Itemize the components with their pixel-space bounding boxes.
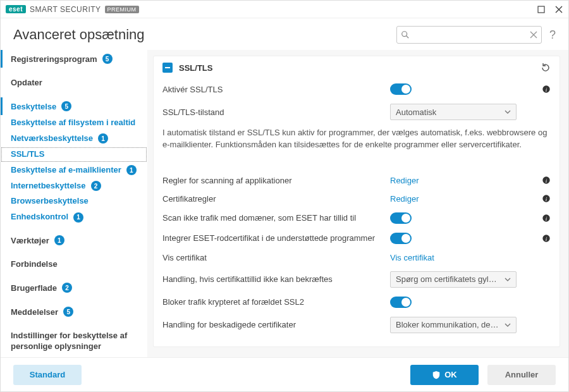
sidebar-item-meddelelser[interactable]: Meddelelser 5	[1, 303, 147, 321]
sidebar-item-privacy-settings[interactable]: Indstillinger for beskyttelse af personl…	[1, 327, 147, 356]
sidebar: Registreringsprogram 5 Opdater Beskyttel…	[1, 50, 147, 357]
edit-cert-rules-link[interactable]: Rediger	[390, 194, 419, 204]
chevron-down-icon	[505, 322, 511, 328]
svg-rect-7	[165, 67, 170, 68]
ssl-tls-panel: SSL/TLS Aktivér SSL/TLS i SSL/TLS-tilsta…	[154, 56, 560, 346]
svg-rect-0	[538, 6, 544, 13]
svg-line-4	[407, 36, 409, 39]
sidebar-item-beskyttelse[interactable]: Beskyttelse 5	[1, 97, 147, 115]
sidebar-item-netvaerk[interactable]: Netværksbeskyttelse 1	[1, 131, 147, 147]
row-label: Vis certifikat	[162, 253, 390, 262]
row-integrate-root: Integrer ESET-rodcertifikat i de underst…	[162, 228, 551, 248]
sidebar-item-label: Meddelelser	[11, 307, 58, 317]
sidebar-item-brugerflade[interactable]: Brugerflade 2	[1, 279, 147, 297]
info-icon[interactable]: i	[542, 176, 551, 185]
sidebar-item-label: Forbindelse	[11, 259, 58, 269]
sidebar-badge: 2	[91, 181, 101, 191]
svg-point-3	[402, 32, 407, 37]
default-button[interactable]: Standard	[13, 365, 82, 385]
close-icon[interactable]	[554, 5, 563, 14]
sidebar-badge: 1	[98, 133, 108, 144]
sidebar-item-ssl-tls[interactable]: SSL/TLS	[1, 147, 147, 162]
row-trusted-domains: Scan ikke trafik med domæner, som ESET h…	[162, 208, 551, 228]
sidebar-item-forbindelse[interactable]: Forbindelse	[1, 255, 147, 273]
window-controls	[537, 5, 563, 14]
sidebar-badge: 5	[61, 101, 71, 111]
collapse-icon[interactable]	[162, 63, 173, 73]
row-show-cert: Vis certifikat Vis certifikat	[162, 248, 551, 267]
sidebar-badge: 1	[73, 212, 83, 223]
sidebar-item-emailklienter[interactable]: Beskyttelse af e-mailklienter 1	[1, 162, 147, 178]
sidebar-item-browser[interactable]: Browserbeskyttelse	[1, 193, 147, 209]
sidebar-item-label: Enhedskontrol	[11, 212, 68, 223]
info-icon[interactable]: i	[542, 85, 551, 94]
window: eset SMART SECURITY PREMIUM Avanceret op…	[0, 0, 569, 392]
sidebar-item-label: Internetbeskyttelse	[11, 181, 86, 192]
toggle-integrate-root[interactable]	[390, 233, 412, 244]
sidebar-item-label: Opdater	[11, 78, 42, 87]
sidebar-item-label: Registreringsprogram	[11, 54, 97, 64]
info-icon[interactable]: i	[542, 234, 551, 243]
panel-title: SSL/TLS	[179, 63, 212, 73]
toggle-enable-ssl[interactable]	[390, 83, 412, 95]
toggle-block-ssl2[interactable]	[390, 297, 412, 308]
search-box[interactable]	[396, 26, 542, 44]
sidebar-item-label: Indstillinger for beskyttelse af personl…	[11, 331, 140, 352]
sidebar-badge: 5	[102, 54, 113, 64]
row-enable-ssl: Aktivér SSL/TLS i	[162, 79, 551, 99]
row-label: Aktivér SSL/TLS	[162, 85, 390, 94]
row-damaged-cert: Handling for beskadigede certifikater Bl…	[162, 312, 551, 338]
select-value: Spørg om certifikatets gyldi...	[396, 274, 501, 284]
chevron-down-icon	[505, 276, 511, 283]
button-label: Standard	[30, 370, 65, 379]
select-damaged-cert[interactable]: Bloker kommunikation, der b...	[390, 317, 517, 333]
row-ssl-mode: SSL/TLS-tilstand Automatisk	[162, 99, 551, 125]
select-untrusted-action[interactable]: Spørg om certifikatets gyldi...	[390, 271, 517, 288]
footer: Standard OK Annuller	[1, 357, 568, 391]
edit-app-rules-link[interactable]: Rediger	[390, 176, 419, 185]
row-untrusted-action: Handling, hvis certifikattillid ikke kan…	[162, 267, 551, 292]
sidebar-item-filsystem-realtid[interactable]: Beskyttelse af filsystem i realtid	[1, 115, 147, 131]
page-title: Avanceret opsætning	[13, 27, 145, 43]
search-icon	[401, 30, 410, 39]
header: Avanceret opsætning ?	[1, 18, 568, 50]
select-value: Automatisk	[396, 107, 501, 117]
row-label: Handling for beskadigede certifikater	[162, 320, 390, 329]
body: Registreringsprogram 5 Opdater Beskyttel…	[1, 50, 568, 357]
sidebar-item-label: Netværksbeskyttelse	[11, 133, 93, 144]
cancel-button[interactable]: Annuller	[487, 365, 556, 385]
row-app-rules: Regler for scanning af applikationer Red…	[162, 171, 551, 190]
sidebar-item-label: Browserbeskyttelse	[11, 196, 89, 207]
help-icon[interactable]: ?	[549, 28, 556, 42]
sidebar-item-vaerktojer[interactable]: Værktøjer 1	[1, 231, 147, 249]
show-cert-link[interactable]: Vis certifikat	[390, 253, 434, 262]
reset-icon[interactable]	[541, 63, 551, 73]
sidebar-item-label: SSL/TLS	[11, 149, 44, 160]
sidebar-item-enhedskontrol[interactable]: Enhedskontrol 1	[1, 209, 147, 225]
sidebar-item-label: Værktøjer	[11, 236, 49, 245]
brand: eset SMART SECURITY PREMIUM	[6, 5, 139, 14]
sidebar-item-registreringsprogram[interactable]: Registreringsprogram 5	[1, 50, 147, 68]
select-ssl-mode[interactable]: Automatisk	[390, 104, 517, 120]
toggle-trusted-domains[interactable]	[390, 212, 412, 224]
info-icon[interactable]: i	[542, 194, 551, 203]
sidebar-item-label: Beskyttelse af filsystem i realtid	[11, 118, 135, 128]
row-block-ssl2: Bloker trafik krypteret af forældet SSL2	[162, 292, 551, 312]
maximize-icon[interactable]	[537, 5, 546, 14]
button-label: OK	[444, 370, 457, 379]
button-label: Annuller	[505, 370, 539, 379]
shield-icon	[432, 371, 441, 379]
info-icon[interactable]: i	[542, 214, 551, 223]
sidebar-item-internet[interactable]: Internetbeskyttelse 2	[1, 178, 147, 194]
select-value: Bloker kommunikation, der b...	[396, 320, 501, 329]
ok-button[interactable]: OK	[410, 365, 479, 385]
sidebar-item-opdater[interactable]: Opdater	[1, 74, 147, 91]
row-label: Handling, hvis certifikattillid ikke kan…	[162, 274, 390, 284]
row-label: Bloker trafik krypteret af forældet SSL2	[162, 297, 390, 307]
sidebar-badge: 2	[62, 283, 72, 293]
clear-icon[interactable]	[530, 31, 537, 39]
sidebar-item-label: Beskyttelse af e-mailklienter	[11, 165, 121, 176]
row-label: Integrer ESET-rodcertifikat i de underst…	[162, 233, 390, 243]
brand-eset: eset	[6, 5, 26, 13]
search-input[interactable]	[413, 30, 526, 40]
